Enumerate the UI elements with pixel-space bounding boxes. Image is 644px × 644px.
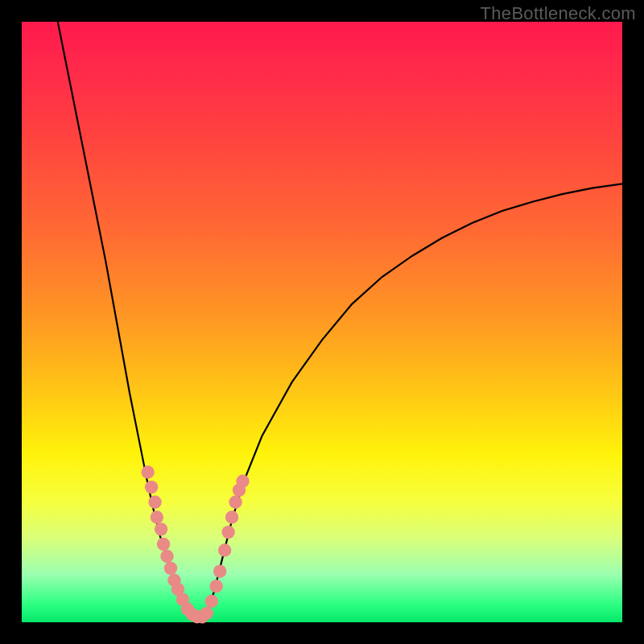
chart-svg: [22, 22, 622, 622]
data-marker: [218, 543, 231, 556]
data-marker: [229, 496, 242, 509]
frame: TheBottleneck.com: [0, 0, 644, 644]
data-marker: [164, 562, 177, 575]
curve-right-branch: [205, 184, 622, 614]
data-marker: [205, 595, 218, 608]
data-marker: [221, 526, 234, 539]
data-marker: [213, 564, 226, 577]
marker-group: [141, 465, 249, 623]
curve-left-branch: [58, 22, 193, 614]
data-marker: [151, 510, 163, 523]
data-marker: [200, 607, 213, 620]
data-marker: [225, 510, 238, 523]
data-marker: [145, 481, 158, 493]
data-marker: [148, 496, 161, 509]
data-marker: [155, 522, 167, 535]
data-marker: [236, 474, 249, 487]
data-marker: [210, 580, 223, 592]
data-marker: [160, 550, 173, 563]
data-marker: [141, 465, 154, 478]
data-marker: [157, 538, 170, 551]
